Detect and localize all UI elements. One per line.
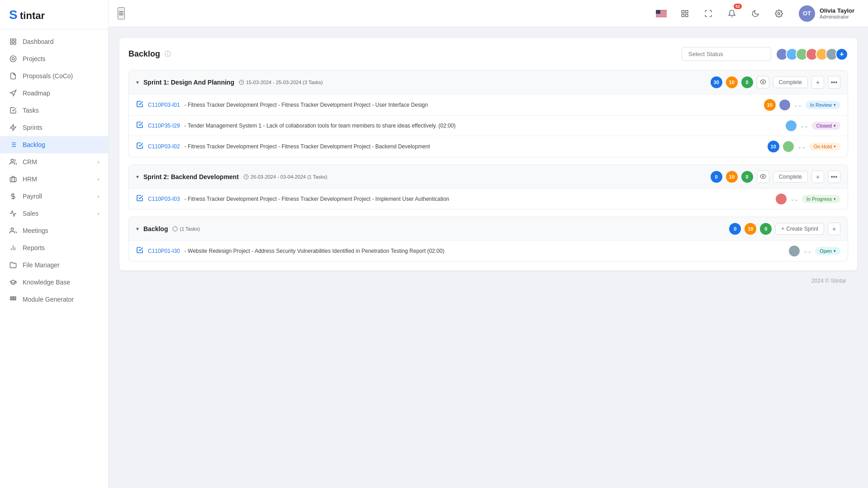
- sprint-toggle-2[interactable]: ▾: [136, 174, 139, 180]
- add-member-button[interactable]: +: [835, 48, 848, 61]
- sprint-more-button-2[interactable]: •••: [828, 171, 840, 183]
- score-badge-green-backlog: 0: [760, 223, 772, 235]
- backlog-add-button[interactable]: +: [828, 223, 840, 235]
- sprint-complete-button-2[interactable]: Complete: [773, 171, 808, 183]
- sidebar-item-hrm[interactable]: HRM ›: [0, 171, 108, 188]
- sprint-header-1[interactable]: ▾ Sprint 1: Design And Planning 15-03-20…: [129, 71, 848, 94]
- task-chevron-icon[interactable]: ⌄⌄: [794, 102, 802, 108]
- reports-icon: [9, 244, 17, 252]
- footer: 2024 © Stintar: [119, 270, 857, 291]
- sidebar-item-reports[interactable]: Reports: [0, 239, 108, 256]
- payroll-arrow-icon: ›: [98, 194, 99, 199]
- svg-text:tintar: tintar: [20, 10, 45, 21]
- menu-toggle-button[interactable]: ≡: [118, 7, 125, 19]
- task-checkbox[interactable]: [136, 142, 143, 151]
- dark-mode-button[interactable]: [747, 5, 764, 22]
- sidebar-item-dashboard[interactable]: Dashboard: [0, 33, 108, 50]
- sidebar-item-tasks[interactable]: Tasks: [0, 102, 108, 119]
- svg-rect-40: [685, 14, 688, 16]
- svg-rect-34: [656, 15, 667, 15]
- task-avatar: [789, 246, 800, 256]
- task-row: C110P35-I29 - Tender Management System 1…: [129, 115, 848, 136]
- sprint-eye-button-2[interactable]: [757, 171, 769, 183]
- svg-rect-5: [14, 42, 16, 44]
- backlog-section-toggle[interactable]: ▾: [136, 226, 139, 232]
- task-status-button[interactable]: Open ▾: [815, 247, 840, 255]
- eye-icon: [760, 173, 766, 181]
- sidebar-item-meetings[interactable]: Meetings: [0, 222, 108, 239]
- notification-button[interactable]: 52: [724, 5, 740, 22]
- sidebar-item-label: CRM: [23, 158, 37, 166]
- sidebar-item-module-generator[interactable]: Module Generator: [0, 291, 108, 308]
- sidebar-item-proposals[interactable]: Proposals (CoCo): [0, 67, 108, 85]
- backlog-section-name: Backlog: [143, 225, 168, 232]
- sidebar-item-label: Projects: [23, 55, 46, 62]
- task-id[interactable]: C110P03-I03: [148, 196, 180, 202]
- task-right: ⌄⌄ In Progress ▾: [776, 194, 840, 204]
- task-chevron-icon[interactable]: ⌄⌄: [800, 123, 808, 129]
- sidebar-item-sales[interactable]: Sales ›: [0, 205, 108, 222]
- backlog-icon: [9, 141, 17, 149]
- status-select-input[interactable]: [682, 47, 771, 61]
- sidebar-item-label: Reports: [23, 244, 45, 251]
- task-id[interactable]: C110P03-I02: [148, 143, 180, 150]
- task-chevron-icon[interactable]: ⌄⌄: [803, 248, 811, 254]
- svg-rect-38: [685, 10, 688, 13]
- sprint-complete-button-1[interactable]: Complete: [773, 76, 808, 88]
- apps-grid-button[interactable]: [677, 5, 693, 22]
- task-status-button[interactable]: In Progress ▾: [802, 195, 840, 203]
- task-chevron-icon[interactable]: ⌄⌄: [797, 144, 806, 150]
- notification-badge: 52: [734, 4, 742, 9]
- task-status-button[interactable]: On Hold ▾: [809, 142, 840, 151]
- tasks-icon: [9, 106, 17, 114]
- svg-rect-24: [13, 297, 14, 298]
- svg-rect-35: [656, 16, 667, 16]
- moon-icon: [751, 9, 759, 18]
- sprint-eye-button-1[interactable]: [757, 76, 769, 89]
- backlog-section-right: 0 10 0 + Create Sprint +: [729, 223, 840, 235]
- sprint-add-button-2[interactable]: +: [811, 171, 824, 183]
- svg-rect-33: [656, 14, 667, 14]
- sprint-date-2: 26-03-2024 - 03-04-2024 (1 Tasks): [243, 174, 327, 180]
- sidebar-item-payroll[interactable]: Payroll ›: [0, 188, 108, 205]
- task-status-button[interactable]: Closed ▾: [812, 122, 840, 130]
- expand-button[interactable]: [700, 5, 716, 22]
- task-right: 10 ⌄⌄ In Review ▾: [764, 99, 840, 111]
- task-checkbox[interactable]: [136, 121, 143, 130]
- create-sprint-button[interactable]: + Create Sprint: [775, 223, 824, 235]
- avatar-group: +: [776, 48, 848, 61]
- task-checkbox[interactable]: [136, 194, 143, 204]
- user-profile[interactable]: OT Olivia Taylor Administrator: [794, 3, 859, 24]
- task-chevron-icon[interactable]: ⌄⌄: [790, 196, 798, 202]
- sidebar-item-crm[interactable]: CRM ›: [0, 153, 108, 171]
- sprint-header-2[interactable]: ▾ Sprint 2: Backend Development 26-03-20…: [129, 165, 848, 189]
- sidebar-item-roadmap[interactable]: Roadmap: [0, 85, 108, 102]
- sidebar-item-knowledge-base[interactable]: Knowledge Base: [0, 274, 108, 291]
- svg-rect-28: [14, 299, 16, 300]
- task-id[interactable]: C110P03-I01: [148, 102, 180, 108]
- sidebar-item-label: Proposals (CoCo): [23, 72, 73, 80]
- backlog-section-header[interactable]: ▾ Backlog (1 Tasks) 0 10 0 + Create Spri…: [129, 217, 848, 241]
- sidebar-item-projects[interactable]: Projects: [0, 50, 108, 67]
- sidebar-item-sprints[interactable]: Sprints: [0, 119, 108, 136]
- settings-button[interactable]: [771, 5, 787, 22]
- task-id[interactable]: C110P35-I29: [148, 123, 180, 129]
- score-badge-blue-backlog: 0: [729, 223, 741, 235]
- task-checkbox[interactable]: [136, 246, 143, 256]
- svg-marker-9: [10, 124, 16, 130]
- task-id[interactable]: C110P01-I30: [148, 248, 180, 254]
- svg-rect-27: [13, 299, 14, 300]
- sprint-add-button-1[interactable]: +: [811, 76, 824, 89]
- sprint-more-button-1[interactable]: •••: [828, 76, 840, 89]
- sidebar-item-label: Roadmap: [23, 90, 50, 97]
- svg-rect-37: [682, 10, 684, 13]
- sidebar-item-backlog[interactable]: Backlog: [0, 136, 108, 153]
- task-status-button[interactable]: In Review ▾: [806, 101, 840, 109]
- sprint-toggle-1[interactable]: ▾: [136, 79, 139, 85]
- info-icon[interactable]: ⓘ: [165, 50, 171, 58]
- svg-point-45: [762, 175, 764, 177]
- score-badge-blue-1: 30: [711, 76, 722, 88]
- sidebar-item-file-manager[interactable]: File Manager: [0, 256, 108, 274]
- language-selector[interactable]: [653, 5, 669, 22]
- task-checkbox[interactable]: [136, 100, 143, 109]
